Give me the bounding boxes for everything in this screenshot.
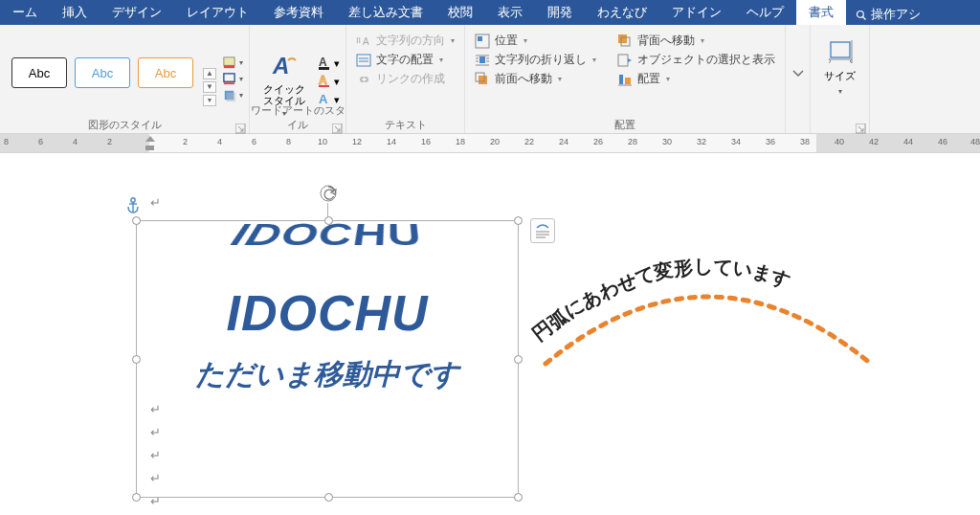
shape-outline-button[interactable]: ▾	[222, 72, 243, 86]
group-label-arrange: 配置	[465, 118, 785, 132]
text-fill-button[interactable]: A▾	[317, 56, 340, 71]
group-arrange: 位置▾ 文字列の折り返し▾ 前面へ移動▾ 背面へ移動▾ オブ	[465, 25, 786, 133]
size-launcher[interactable]	[856, 121, 866, 131]
svg-point-40	[131, 198, 135, 202]
wordart-text-mid[interactable]: IDOCHU	[226, 284, 428, 342]
group-label-text: テキスト	[346, 118, 464, 132]
shape-outline-icon	[222, 72, 236, 86]
search-icon	[856, 10, 867, 21]
arc-text: 円弧にあわせて変形しています	[528, 256, 793, 346]
bring-forward-icon	[475, 72, 490, 87]
arc-wordart[interactable]: 円弧にあわせて変形しています	[517, 211, 900, 450]
horizontal-ruler[interactable]: 8 6 4 2 2 4 6 8 10 12 14 16 18 20 22 24 …	[0, 134, 980, 153]
svg-rect-38	[831, 42, 850, 57]
shape-style-gallery[interactable]: Abc Abc Abc	[6, 29, 199, 118]
svg-rect-7	[227, 93, 235, 101]
send-backward-button[interactable]: 背面へ移動▾	[617, 33, 775, 49]
shape-fill-button[interactable]: ▾	[222, 56, 243, 70]
selection-pane-icon	[617, 53, 633, 68]
tab-view[interactable]: 表示	[485, 0, 535, 25]
resize-handle-s[interactable]	[324, 493, 333, 502]
group-text: IIA 文字列の方向▾ 文字の配置▾ リンクの作成 テキスト	[346, 25, 465, 133]
svg-rect-5	[224, 82, 234, 84]
wrap-text-button[interactable]: 文字列の折り返し▾	[475, 52, 596, 68]
svg-text:A: A	[319, 56, 327, 69]
svg-rect-18	[357, 55, 370, 66]
wordart-text-top[interactable]: IDOCHU	[226, 217, 429, 253]
svg-rect-3	[224, 65, 234, 68]
size-icon	[827, 38, 854, 65]
wrap-text-icon	[475, 53, 490, 68]
resize-handle-sw[interactable]	[132, 493, 141, 502]
resize-handle-w[interactable]	[132, 355, 141, 364]
svg-point-0	[858, 11, 864, 17]
gallery-more-icon[interactable]: ▾	[203, 95, 216, 106]
text-align-button[interactable]: 文字の配置▾	[356, 52, 455, 68]
anchor-icon	[125, 197, 141, 214]
first-line-indent-marker[interactable]	[145, 136, 155, 142]
tab-developer[interactable]: 開発	[535, 0, 585, 25]
svg-text:A: A	[272, 53, 289, 78]
resize-handle-nw[interactable]	[132, 216, 141, 225]
text-fill-icon: A	[317, 56, 332, 71]
style-thumb-3[interactable]: Abc	[138, 57, 193, 88]
tab-help[interactable]: ヘルプ	[734, 0, 796, 25]
gallery-scroll[interactable]: ▲ ▼ ▾	[203, 56, 216, 118]
text-outline-button[interactable]: A▾	[317, 74, 340, 89]
para-mark: ↵	[150, 195, 161, 210]
svg-rect-30	[479, 76, 487, 84]
gallery-down-icon[interactable]: ▼	[203, 81, 216, 93]
tab-waenabi[interactable]: わえなび	[585, 0, 659, 25]
group-shape-styles: Abc Abc Abc ▲ ▼ ▾ ▾ ▾ ▾ 図形のスタイル	[0, 25, 250, 133]
text-outline-icon: A	[317, 74, 332, 89]
text-direction-button[interactable]: IIA 文字列の方向▾	[356, 33, 455, 49]
align-button[interactable]: 配置▾	[617, 71, 775, 87]
wordart-text-bottom[interactable]: ただいま移動中です	[195, 355, 459, 394]
rotate-handle[interactable]	[319, 184, 338, 203]
text-align-icon	[356, 53, 371, 68]
shape-effects-button[interactable]: ▾	[222, 88, 243, 102]
svg-rect-36	[625, 78, 631, 84]
size-button[interactable]: サイズ ▾	[816, 29, 863, 96]
collapse-icon	[791, 67, 805, 80]
tab-format[interactable]: 書式	[796, 0, 846, 25]
resize-handle-se[interactable]	[514, 493, 523, 502]
svg-text:A: A	[319, 74, 327, 87]
tab-home[interactable]: ーム	[0, 0, 50, 25]
tab-insert[interactable]: 挿入	[50, 0, 100, 25]
svg-rect-35	[619, 75, 623, 84]
shape-effects-icon	[222, 88, 236, 102]
svg-rect-23	[479, 56, 485, 63]
text-direction-icon: IIA	[356, 34, 371, 49]
link-icon	[356, 72, 371, 87]
hanging-indent-marker[interactable]	[145, 146, 154, 150]
svg-rect-11	[319, 67, 329, 70]
tab-references[interactable]: 参考資料	[261, 0, 336, 25]
group-collapse[interactable]	[786, 25, 811, 133]
wordart-launcher[interactable]	[332, 121, 343, 131]
svg-text:II: II	[356, 35, 361, 45]
position-button[interactable]: 位置▾	[475, 33, 596, 49]
gallery-up-icon[interactable]: ▲	[203, 68, 216, 79]
tab-mailings[interactable]: 差し込み文書	[336, 0, 435, 25]
svg-rect-13	[319, 85, 329, 87]
svg-rect-2	[224, 57, 234, 65]
group-wordart-styles: A クイック スタイル ▾ A▾ A▾ A▾ ワードアートのスタイル	[250, 25, 346, 133]
group-size: サイズ ▾	[811, 25, 870, 133]
tab-layout[interactable]: レイアウト	[174, 0, 261, 25]
tell-me-label: 操作アシ	[871, 7, 921, 23]
tab-addins[interactable]: アドイン	[659, 0, 734, 25]
create-link-button[interactable]: リンクの作成	[356, 71, 455, 87]
style-thumb-2[interactable]: Abc	[75, 57, 130, 88]
selection-pane-button[interactable]: オブジェクトの選択と表示	[617, 52, 775, 68]
tell-me-search[interactable]: 操作アシ	[846, 0, 930, 25]
selected-wordart-box[interactable]: IDOCHU IDOCHU ただいま移動中です	[136, 220, 519, 498]
style-thumb-1[interactable]: Abc	[11, 57, 67, 88]
wordart-icon: A	[269, 51, 300, 81]
svg-text:A: A	[363, 36, 369, 47]
tab-design[interactable]: デザイン	[100, 0, 174, 25]
shape-styles-launcher[interactable]	[235, 121, 246, 131]
document-canvas[interactable]: ↵ ↵ ↵ ↵ ↵ ↵ IDOCHU IDOCHU ただいま移動中です 円弧にあ…	[0, 153, 980, 515]
bring-forward-button[interactable]: 前面へ移動▾	[475, 71, 596, 87]
tab-review[interactable]: 校閲	[435, 0, 485, 25]
